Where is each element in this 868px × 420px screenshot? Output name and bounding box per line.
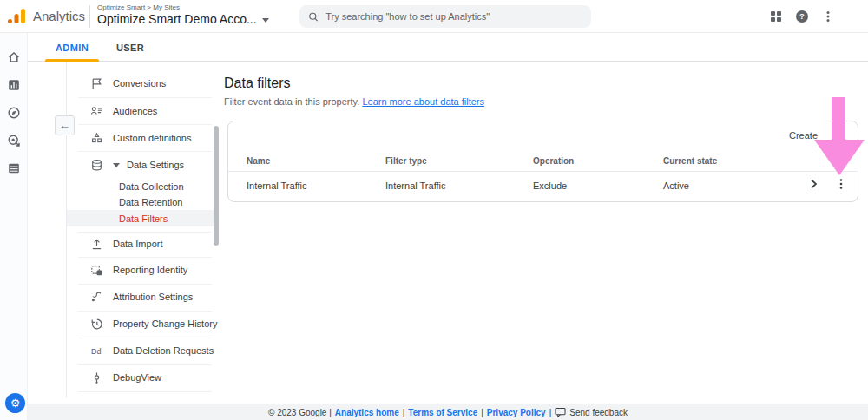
sidebar-item-label: Property Change History — [113, 318, 217, 329]
upload-icon — [90, 238, 103, 251]
advertising-icon[interactable] — [7, 134, 21, 148]
analytics-logo-icon[interactable] — [8, 8, 27, 25]
column-header-current-state: Current state — [663, 156, 717, 166]
collapse-back-button[interactable]: ← — [55, 115, 75, 135]
sidebar-item-label: Custom definitions — [113, 133, 192, 143]
debug-icon — [90, 371, 103, 384]
learn-more-link[interactable]: Learn more about data filters — [362, 96, 484, 107]
chevron-down-icon — [262, 18, 269, 23]
header-divider — [89, 5, 90, 28]
tab-admin[interactable]: ADMIN — [45, 33, 99, 62]
footer-link-analytics-home[interactable]: Analytics home — [335, 408, 399, 417]
sidebar-item-label: Data Deletion Requests — [113, 345, 214, 356]
cell-name: Internal Traffic — [247, 180, 307, 191]
sidebar-item-data-settings[interactable]: Data Settings — [90, 156, 184, 174]
sidebar-subitem-label: Data Filters — [119, 213, 168, 224]
expand-caret-icon — [113, 163, 120, 167]
left-nav-rail: ⚙ — [0, 33, 28, 420]
search-input[interactable] — [326, 11, 582, 22]
account-name: Optimize Smart Demo Acco... — [97, 12, 257, 26]
column-header-filter-type: Filter type — [385, 156, 427, 166]
reports-icon[interactable] — [7, 78, 21, 92]
top-header: Analytics Optimize Smart > My Sites Opti… — [0, 0, 868, 33]
data-filters-card: Create Name Filter type Operation Curren… — [227, 121, 858, 202]
breadcrumb: Optimize Smart > My Sites — [97, 3, 180, 11]
cell-filter-type: Internal Traffic — [385, 180, 446, 191]
send-feedback-label: Send feedback — [569, 408, 628, 417]
main-content: Data filters Filter event data in this p… — [222, 62, 868, 404]
send-feedback-button[interactable]: Send feedback — [555, 407, 628, 417]
sidebar-item-reporting-identity[interactable]: Reporting Identity — [90, 261, 187, 279]
sidebar-item-label: Data Import — [113, 239, 162, 249]
sidebar-item-property-change-history[interactable]: Property Change History — [90, 315, 217, 332]
admin-tab-bar: ADMIN USER — [28, 33, 868, 62]
sidebar-item-audiences[interactable]: Audiences — [90, 102, 157, 120]
page-subtitle: Filter event data in this property. Lear… — [224, 96, 484, 107]
history-icon — [90, 318, 103, 331]
column-header-name: Name — [247, 156, 270, 166]
footer-divider: | — [481, 408, 483, 417]
sidebar-item-data-deletion-requests[interactable]: Dd Data Deletion Requests — [90, 342, 214, 359]
feedback-icon — [555, 407, 566, 417]
sidebar-scrollbar[interactable] — [214, 126, 219, 246]
admin-gear-icon[interactable]: ⚙ — [5, 393, 25, 413]
cell-current-state: Active — [663, 180, 689, 191]
sidebar-item-label: Conversions — [113, 78, 166, 89]
subtitle-text: Filter event data in this property. — [224, 96, 359, 107]
sidebar-item-label: Data Settings — [127, 160, 184, 170]
sidebar-subitem-label: Data Retention — [119, 197, 182, 207]
sidebar-item-label: DebugView — [113, 372, 161, 383]
sidebar-subitem-data-retention[interactable]: Data Retention — [119, 194, 182, 210]
table-header-divider — [228, 171, 858, 172]
sidebar-subitem-data-collection[interactable]: Data Collection — [119, 178, 184, 194]
sidebar-item-conversions[interactable]: Conversions — [90, 75, 166, 92]
sidebar-item-label: Attribution Settings — [113, 292, 193, 302]
sidebar-subitem-data-filters[interactable]: Data Filters — [67, 210, 214, 226]
panel-divider — [66, 62, 67, 397]
flag-icon — [90, 77, 103, 90]
row-more-vertical-icon[interactable] — [834, 177, 848, 191]
sidebar-item-attribution-settings[interactable]: Attribution Settings — [90, 288, 193, 305]
attribution-icon — [90, 291, 103, 304]
footer-copyright: © 2023 Google | — [268, 408, 332, 417]
library-icon[interactable] — [7, 161, 21, 175]
footer-divider: | — [549, 408, 552, 417]
apps-grid-icon[interactable] — [769, 10, 783, 23]
home-icon[interactable] — [7, 50, 21, 64]
footer-divider: | — [403, 408, 405, 417]
property-settings-sidebar: ← Conversions Audiences Custom definitio… — [28, 62, 222, 404]
search-bar[interactable] — [299, 5, 591, 28]
svg-text:?: ? — [799, 11, 805, 21]
more-vertical-icon[interactable] — [821, 10, 835, 23]
explore-icon[interactable] — [7, 106, 21, 120]
identity-icon — [90, 264, 103, 277]
search-icon — [308, 11, 319, 23]
brand-title: Analytics — [33, 9, 85, 23]
dd-icon: Dd — [90, 345, 103, 358]
help-icon[interactable]: ? — [795, 10, 809, 23]
footer-link-privacy[interactable]: Privacy Policy — [487, 408, 546, 417]
sidebar-item-label: Audiences — [113, 106, 157, 116]
page-title: Data filters — [224, 75, 290, 91]
create-filter-button[interactable]: Create — [789, 130, 818, 141]
svg-text:Dd: Dd — [91, 347, 102, 356]
data-settings-icon — [90, 159, 103, 172]
account-selector[interactable]: Optimize Smart Demo Acco... — [97, 12, 269, 26]
sidebar-item-data-import[interactable]: Data Import — [90, 235, 162, 253]
tab-user[interactable]: USER — [109, 33, 151, 62]
custom-definitions-icon — [90, 132, 103, 145]
sidebar-subitem-label: Data Collection — [119, 181, 184, 192]
chevron-right-icon[interactable] — [806, 177, 820, 191]
sidebar-item-debugview[interactable]: DebugView — [90, 369, 161, 386]
cell-operation: Exclude — [533, 180, 567, 191]
footer-link-terms[interactable]: Terms of Service — [408, 408, 477, 417]
sidebar-item-label: Reporting Identity — [113, 265, 187, 275]
sidebar-item-custom-definitions[interactable]: Custom definitions — [90, 129, 192, 147]
audiences-icon — [90, 105, 103, 118]
column-header-operation: Operation — [533, 156, 574, 166]
page-footer: © 2023 Google | Analytics home | Terms o… — [28, 404, 868, 420]
